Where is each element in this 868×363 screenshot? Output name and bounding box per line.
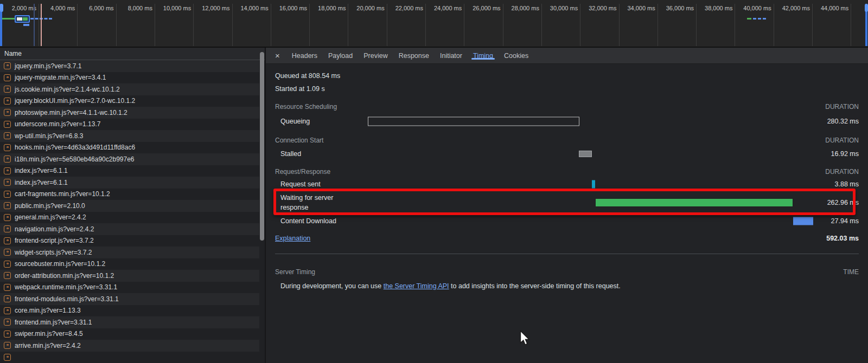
- timing-row-duration: 280.32 ms: [827, 118, 859, 125]
- timing-row-label: Waiting for server response: [280, 193, 356, 212]
- request-row[interactable]: ‹›wp-util.min.js?ver=6.8.3: [0, 130, 259, 142]
- request-row[interactable]: ‹›hooks.min.js?ver=4d63a3d491d11ffd8ac6: [0, 142, 259, 154]
- timing-tab-content: Queued at 808.54 ms Started at 1.09 s Re…: [266, 70, 868, 291]
- script-file-icon: ‹›: [4, 62, 11, 69]
- script-file-icon: ‹›: [4, 319, 11, 326]
- request-row[interactable]: ‹›index.js?ver=6.1.1: [0, 177, 259, 189]
- request-name: index.js?ver=6.1.1: [15, 167, 68, 174]
- explanation-link[interactable]: Explanation: [275, 235, 310, 242]
- timing-row-label: Stalled: [280, 149, 356, 159]
- request-row[interactable]: ‹›general.min.js?ver=2.4.2: [0, 212, 259, 224]
- script-file-icon: ‹›: [4, 342, 11, 349]
- request-row[interactable]: ‹›jquery-migrate.min.js?ver=3.4.1: [0, 72, 259, 84]
- request-name: webpack.runtime.min.js?ver=3.31.1: [15, 283, 117, 291]
- tab-headers[interactable]: Headers: [286, 52, 323, 60]
- script-file-icon: ‹›: [4, 214, 11, 221]
- close-icon[interactable]: ×: [275, 51, 280, 60]
- request-name: sourcebuster.min.js?ver=10.1.2: [15, 260, 105, 268]
- request-row[interactable]: ‹›arrive.min.js?ver=2.4.2: [0, 340, 259, 352]
- tab-label: Cookies: [504, 52, 528, 60]
- timing-row: Request sent3.88 ms: [275, 178, 859, 191]
- timing-section-title: Request/Response: [275, 168, 330, 176]
- script-file-icon: ‹›: [4, 74, 11, 81]
- ruler-tick-label: 44,000 ms: [800, 5, 848, 11]
- request-name: jquery-migrate.min.js?ver=3.4.1: [15, 74, 106, 81]
- domcontentloaded-line: [34, 4, 35, 46]
- request-name: core.min.js?ver=1.13.3: [15, 307, 81, 314]
- tab-preview[interactable]: Preview: [358, 52, 393, 60]
- section-divider: [275, 254, 859, 254]
- script-file-icon: ‹›: [4, 155, 11, 163]
- request-row[interactable]: ‹›widget-scripts.js?ver=3.7.2: [0, 247, 259, 258]
- request-row[interactable]: ‹›order-attribution.min.js?ver=10.1.2: [0, 270, 259, 282]
- waiting-bar: [595, 198, 793, 207]
- request-detail-panel: × HeadersPayloadPreviewResponseInitiator…: [266, 48, 868, 363]
- tab-initiator[interactable]: Initiator: [435, 52, 468, 60]
- script-file-icon: ‹›: [4, 86, 11, 93]
- request-row[interactable]: ‹›i18n.min.js?ver=5e580eb46a90c2b997e6: [0, 153, 259, 165]
- request-name: frontend.min.js?ver=3.31.1: [15, 319, 92, 326]
- timing-section-header: Connection StartDURATION: [275, 135, 859, 145]
- name-column-header[interactable]: Name: [0, 48, 265, 60]
- request-row[interactable]: ‹›frontend-script.js?ver=3.7.2: [0, 235, 259, 247]
- request-row[interactable]: ‹›jquery.blockUI.min.js?ver=2.7.0-wc.10.…: [0, 95, 259, 107]
- request-name: wp-util.min.js?ver=6.8.3: [15, 132, 83, 140]
- request-row[interactable]: ‹›index.js?ver=6.1.1: [0, 165, 259, 177]
- tab-timing[interactable]: Timing: [468, 52, 499, 60]
- timing-section-title: Resource Scheduling: [275, 103, 337, 111]
- started-at-text: Started at 1.09 s: [275, 83, 859, 94]
- script-file-icon: ‹›: [4, 109, 11, 116]
- timing-section-header: Request/ResponseDURATION: [275, 167, 859, 177]
- request-row[interactable]: ‹›frontend.min.js?ver=3.31.1: [0, 316, 259, 328]
- timing-row-duration: 3.88 ms: [835, 180, 859, 188]
- total-duration: 592.03 ms: [826, 235, 859, 242]
- request-row[interactable]: ‹›webpack.runtime.min.js?ver=3.31.1: [0, 282, 259, 294]
- timing-section-header: Resource SchedulingDURATION: [275, 102, 859, 112]
- request-row[interactable]: ‹›js.cookie.min.js?ver=2.1.4-wc.10.1.2: [0, 83, 259, 95]
- timeline-ruler[interactable]: 2,000 ms4,000 ms6,000 ms8,000 ms10,000 m…: [0, 0, 868, 48]
- stalled-bar: [579, 151, 592, 157]
- detail-tab-bar: × HeadersPayloadPreviewResponseInitiator…: [266, 48, 868, 64]
- explanation-row: Explanation 592.03 ms: [275, 233, 859, 244]
- script-file-icon: ‹›: [4, 284, 11, 291]
- request-name: jquery.blockUI.min.js?ver=2.7.0-wc.10.1.…: [15, 97, 135, 105]
- request-name: jquery.min.js?ver=3.7.1: [15, 62, 82, 70]
- request-row[interactable]: ‹›sourcebuster.min.js?ver=10.1.2: [0, 258, 259, 270]
- request-name: order-attribution.min.js?ver=10.1.2: [15, 272, 114, 280]
- timing-row-duration: 262.96 ms: [827, 199, 859, 206]
- request-row[interactable]: ‹›photoswipe.min.js?ver=4.1.1-wc.10.1.2: [0, 107, 259, 119]
- script-file-icon: ‹›: [4, 144, 11, 151]
- request-row[interactable]: ‹›underscore.min.js?ver=1.13.7: [0, 119, 259, 131]
- script-file-icon: ‹›: [4, 330, 11, 338]
- request-row[interactable]: ‹›cart-fragments.min.js?ver=10.1.2: [0, 189, 259, 200]
- content-download-bar: [793, 217, 813, 225]
- request-row[interactable]: ‹›navigation.min.js?ver=2.4.2: [0, 223, 259, 235]
- tab-payload[interactable]: Payload: [323, 52, 358, 60]
- request-name: navigation.min.js?ver=2.4.2: [15, 225, 94, 233]
- script-file-icon: ‹›: [4, 98, 11, 105]
- load-event-line: [41, 4, 42, 46]
- tab-label: Payload: [328, 52, 353, 60]
- tab-cookies[interactable]: Cookies: [499, 52, 534, 60]
- waterfall-blue-bar: [23, 24, 29, 26]
- request-row[interactable]: ‹›core.min.js?ver=1.13.3: [0, 305, 259, 317]
- duration-column-header: DURATION: [825, 168, 859, 176]
- request-row[interactable]: ‹›public.min.js?ver=2.10.0: [0, 200, 259, 212]
- request-name: underscore.min.js?ver=1.13.7: [15, 120, 100, 128]
- request-name: frontend-modules.min.js?ver=3.31.1: [15, 295, 119, 303]
- server-timing-api-link[interactable]: the Server Timing API: [384, 282, 449, 290]
- script-file-icon: ‹›: [4, 295, 11, 302]
- timing-row-duration: 16.92 ms: [831, 150, 859, 158]
- request-row[interactable]: ‹›: [0, 352, 259, 363]
- tab-label: Initiator: [440, 52, 462, 60]
- request-row[interactable]: ‹›frontend-modules.min.js?ver=3.31.1: [0, 293, 259, 305]
- request-row[interactable]: ‹›swiper.min.js?ver=8.4.5: [0, 328, 259, 340]
- request-row[interactable]: ‹›jquery.min.js?ver=3.7.1: [0, 60, 259, 72]
- script-file-icon: ‹›: [4, 307, 11, 314]
- request-name: hooks.min.js?ver=4d63a3d491d11ffd8ac6: [15, 144, 135, 151]
- tab-response[interactable]: Response: [393, 52, 435, 60]
- vertical-scrollbar[interactable]: [260, 52, 264, 241]
- timing-row: Waiting for server response262.96 ms: [275, 191, 859, 215]
- request-name: swiper.min.js?ver=8.4.5: [15, 330, 83, 338]
- script-file-icon: ‹›: [4, 121, 11, 128]
